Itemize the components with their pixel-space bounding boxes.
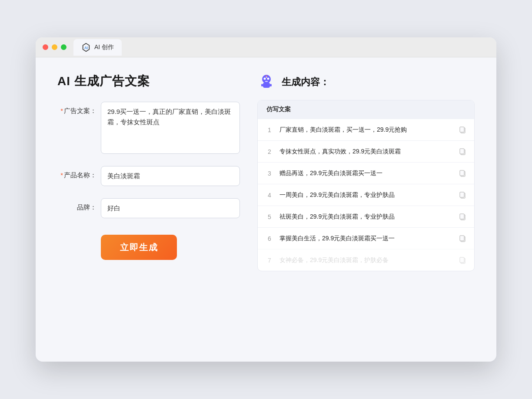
product-name-group: *产品名称： <box>57 166 240 186</box>
maximize-button[interactable] <box>61 44 66 50</box>
row-text: 祛斑美白，29.9元美白淡斑霜，专业护肤品 <box>279 212 453 221</box>
svg-rect-25 <box>460 257 464 263</box>
copy-icon[interactable] <box>459 191 467 200</box>
titlebar: AI AI 创作 <box>36 37 496 57</box>
svg-rect-13 <box>460 127 464 132</box>
browser-content: AI 生成广告文案 *广告文案： *产品名称： 品牌： 立 <box>36 57 496 362</box>
svg-rect-21 <box>460 214 464 219</box>
svg-text:AI: AI <box>84 46 88 50</box>
result-header: 生成内容： <box>257 73 475 91</box>
row-number: 1 <box>265 126 274 133</box>
result-table: 仿写文案 1厂家直销，美白淡斑霜，买一送一，29.9元抢购 2专抹女性斑点，真实… <box>257 100 475 271</box>
right-panel: 生成内容： 仿写文案 1厂家直销，美白淡斑霜，买一送一，29.9元抢购 2专抹女… <box>257 73 475 344</box>
svg-rect-10 <box>261 84 263 86</box>
table-row: 2专抹女性斑点，真实功效，29.9元美白淡斑霜 <box>258 140 474 162</box>
tab-label: AI 创作 <box>94 43 114 51</box>
row-number: 5 <box>265 213 274 220</box>
row-number: 7 <box>265 257 274 264</box>
table-header: 仿写文案 <box>258 100 474 119</box>
row-number: 2 <box>265 148 274 155</box>
generate-button[interactable]: 立即生成 <box>101 235 177 260</box>
svg-point-5 <box>267 78 269 80</box>
row-text: 掌握美白生活，29.9元美白淡斑霜买一送一 <box>279 234 453 243</box>
row-number: 6 <box>265 235 274 242</box>
row-text: 专抹女性斑点，真实功效，29.9元美白淡斑霜 <box>279 147 453 156</box>
row-text: 女神必备，29.9元美白淡斑霜，护肤必备 <box>279 256 453 265</box>
svg-rect-6 <box>265 81 268 82</box>
svg-rect-15 <box>460 149 464 154</box>
svg-rect-19 <box>460 192 464 197</box>
ad-label: *广告文案： <box>57 102 96 115</box>
brand-label: 品牌： <box>57 198 96 212</box>
copy-icon[interactable] <box>459 126 467 134</box>
row-number: 3 <box>265 170 274 177</box>
result-title: 生成内容： <box>282 76 329 89</box>
browser-window: AI AI 创作 AI 生成广告文案 *广告文案： *产品名称： <box>36 37 496 362</box>
svg-point-4 <box>264 78 266 80</box>
row-text: 一周美白，29.9元美白淡斑霜，专业护肤品 <box>279 190 453 200</box>
svg-point-9 <box>266 76 267 77</box>
robot-icon <box>257 73 276 91</box>
svg-rect-17 <box>460 170 464 176</box>
row-number: 4 <box>265 192 274 199</box>
ad-copy-input[interactable] <box>101 102 240 154</box>
row-text: 赠品再送，29.9元美白淡斑霜买一送一 <box>279 169 453 178</box>
page-title: AI 生成广告文案 <box>57 73 240 90</box>
copy-icon[interactable] <box>459 213 467 221</box>
copy-icon[interactable] <box>459 256 467 265</box>
brand-input[interactable] <box>101 198 240 218</box>
traffic-lights <box>43 44 66 50</box>
svg-rect-11 <box>270 84 272 86</box>
ad-required-star: * <box>60 107 63 114</box>
product-name-input[interactable] <box>101 166 240 186</box>
result-rows-container: 1厂家直销，美白淡斑霜，买一送一，29.9元抢购 2专抹女性斑点，真实功效，29… <box>258 119 474 271</box>
copy-icon[interactable] <box>459 147 467 156</box>
svg-rect-3 <box>263 83 270 88</box>
minimize-button[interactable] <box>52 44 57 50</box>
brand-group: 品牌： <box>57 198 240 218</box>
table-row: 1厂家直销，美白淡斑霜，买一送一，29.9元抢购 <box>258 119 474 140</box>
table-row: 4一周美白，29.9元美白淡斑霜，专业护肤品 <box>258 184 474 206</box>
table-row: 5祛斑美白，29.9元美白淡斑霜，专业护肤品 <box>258 206 474 227</box>
row-text: 厂家直销，美白淡斑霜，买一送一，29.9元抢购 <box>279 125 453 134</box>
svg-rect-23 <box>460 236 464 241</box>
copy-icon[interactable] <box>459 234 467 243</box>
product-label: *产品名称： <box>57 166 96 180</box>
table-row: 3赠品再送，29.9元美白淡斑霜买一送一 <box>258 162 474 184</box>
table-row: 6掌握美白生活，29.9元美白淡斑霜买一送一 <box>258 227 474 249</box>
left-panel: AI 生成广告文案 *广告文案： *产品名称： 品牌： 立 <box>57 73 240 344</box>
table-row: 7女神必备，29.9元美白淡斑霜，护肤必备 <box>258 249 474 271</box>
ad-copy-group: *广告文案： <box>57 102 240 154</box>
copy-icon[interactable] <box>459 169 467 178</box>
close-button[interactable] <box>43 44 48 50</box>
ai-tab-icon: AI <box>81 43 91 52</box>
ai-creation-tab[interactable]: AI AI 创作 <box>73 39 122 56</box>
product-required-star: * <box>60 171 63 179</box>
